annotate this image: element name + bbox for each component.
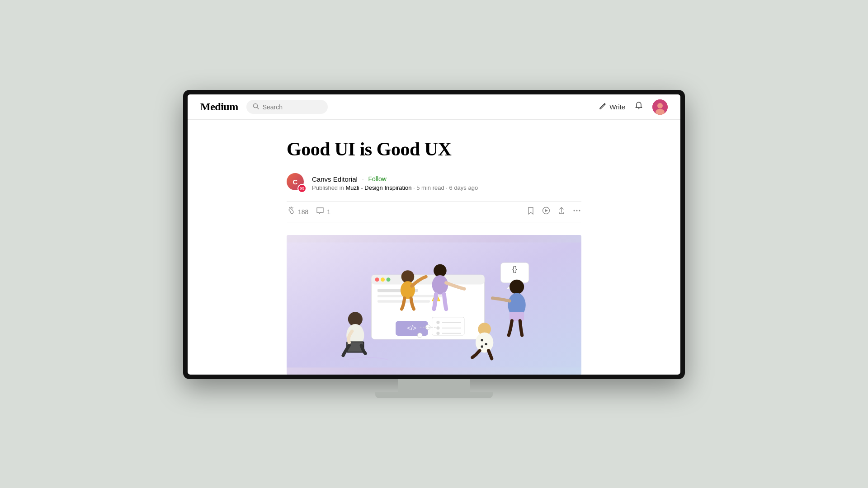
published-ago: 6 days ago <box>449 184 478 191</box>
write-label: Write <box>609 103 625 111</box>
svg-line-1 <box>257 108 259 109</box>
author-avatar-badge: M <box>297 184 307 193</box>
comment-icon <box>316 206 325 217</box>
monitor-wrapper: Medium <box>183 90 685 398</box>
svg-marker-6 <box>545 209 548 212</box>
follow-button[interactable]: Follow <box>368 175 387 183</box>
write-icon <box>599 102 607 112</box>
comment-button[interactable]: 1 <box>316 206 330 217</box>
article-title: Good UI is Good UX <box>287 138 581 160</box>
svg-point-7 <box>574 210 575 211</box>
svg-point-15 <box>387 278 391 282</box>
avatar[interactable] <box>652 99 668 115</box>
monitor-stand <box>375 379 493 398</box>
stand-neck <box>398 379 470 392</box>
comment-count: 1 <box>327 208 330 216</box>
svg-point-45 <box>485 343 487 345</box>
content: Good UI is Good UX C M Canvs Editorial <box>188 120 680 375</box>
svg-point-3 <box>657 103 663 108</box>
dot-separator: · <box>362 176 364 183</box>
svg-point-46 <box>481 346 483 348</box>
search-box[interactable] <box>246 100 328 114</box>
meta-separator-2: · <box>446 184 449 191</box>
clap-icon <box>287 206 296 217</box>
svg-point-39 <box>509 280 524 294</box>
publication-link[interactable]: Muzli - Design Inspiration <box>345 184 411 191</box>
svg-point-13 <box>375 278 379 282</box>
share-button[interactable] <box>557 206 566 217</box>
author-name: Canvs Editorial <box>312 175 358 183</box>
svg-point-50 <box>417 333 422 338</box>
svg-point-29 <box>436 327 439 330</box>
more-button[interactable] <box>572 206 581 217</box>
screen: Medium <box>188 94 680 375</box>
author-avatar: C M <box>287 173 307 193</box>
svg-point-14 <box>381 278 385 282</box>
svg-text:</>: </> <box>407 325 417 332</box>
svg-point-44 <box>481 339 483 341</box>
svg-point-9 <box>579 210 580 211</box>
author-name-row: Canvs Editorial · Follow <box>312 175 581 183</box>
navbar-left: Medium <box>200 100 328 114</box>
clap-count: 188 <box>298 208 308 216</box>
write-button[interactable]: Write <box>599 102 625 112</box>
medium-badge-icon: M <box>300 186 304 191</box>
stand-base <box>375 392 493 398</box>
bookmark-button[interactable] <box>526 206 535 217</box>
logo: Medium <box>200 101 238 113</box>
svg-text:{}: {} <box>512 265 517 273</box>
play-button[interactable] <box>542 206 551 217</box>
monitor: Medium <box>183 90 685 379</box>
svg-point-8 <box>576 210 578 211</box>
read-time: 5 min read <box>416 184 444 191</box>
published-prefix: Published in <box>312 184 344 191</box>
author-info: Canvs Editorial · Follow Published in Mu… <box>312 175 581 191</box>
article-meta: Published in Muzli - Design Inspiration … <box>312 184 581 191</box>
toolbar-right <box>526 206 581 217</box>
svg-point-38 <box>432 275 448 295</box>
clap-button[interactable]: 188 <box>287 206 308 217</box>
svg-point-31 <box>436 332 439 335</box>
search-icon <box>253 103 259 111</box>
search-input[interactable] <box>263 103 317 111</box>
navbar: Medium <box>188 94 680 120</box>
author-row: C M Canvs Editorial · Follow <box>287 173 581 193</box>
navbar-right: Write <box>599 99 668 115</box>
hero-image: ! {} </> <box>287 235 581 375</box>
svg-point-43 <box>476 333 493 353</box>
bell-icon[interactable] <box>634 101 643 113</box>
article-container: Good UI is Good UX C M Canvs Editorial <box>276 138 592 375</box>
toolbar-left: 188 1 <box>287 206 330 217</box>
toolbar-row: 188 1 <box>287 201 581 222</box>
svg-point-27 <box>436 321 439 324</box>
